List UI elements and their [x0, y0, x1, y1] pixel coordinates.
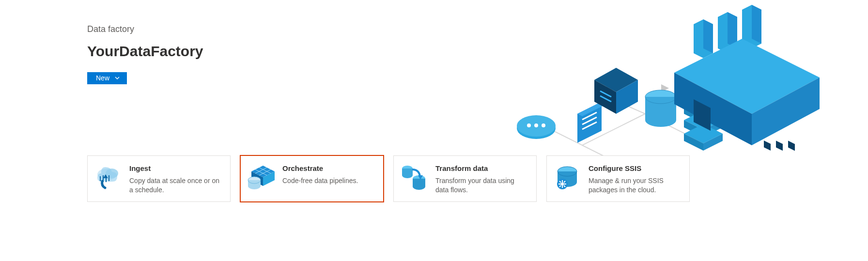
- svg-marker-14: [616, 80, 638, 114]
- data-factory-home: { "header":{ "breadcrumb":"Data factory"…: [0, 0, 868, 261]
- svg-point-2: [517, 118, 556, 139]
- svg-point-19: [645, 113, 676, 127]
- new-button[interactable]: New: [87, 72, 127, 84]
- card-ssis[interactable]: Configure SSIS Manage & run your SSIS pa…: [546, 155, 690, 202]
- svg-point-63: [402, 172, 413, 178]
- svg-point-20: [645, 90, 676, 104]
- svg-marker-34: [728, 12, 737, 48]
- card-title: Configure SSIS: [589, 164, 681, 173]
- svg-marker-13: [594, 80, 616, 114]
- svg-marker-28: [684, 134, 703, 151]
- svg-point-6: [542, 123, 545, 127]
- chevron-down-icon: [114, 75, 120, 81]
- svg-marker-1: [606, 86, 614, 93]
- card-transform[interactable]: Transform data Transform your data using…: [393, 155, 537, 202]
- hero-illustration: [500, 0, 849, 160]
- svg-marker-24: [684, 110, 723, 130]
- svg-point-4: [527, 123, 531, 127]
- page-title: YourDataFactory: [87, 43, 203, 60]
- card-orchestrate[interactable]: Orchestrate Code-free data pipelines.: [240, 155, 384, 202]
- svg-point-73: [561, 183, 564, 185]
- svg-marker-30: [694, 19, 713, 58]
- svg-marker-8: [577, 102, 606, 116]
- svg-rect-41: [788, 141, 795, 151]
- card-title: Ingest: [129, 164, 221, 173]
- svg-marker-38: [752, 77, 820, 145]
- card-title: Orchestrate: [282, 164, 358, 173]
- card-desc: Code-free data pipelines.: [282, 176, 358, 185]
- svg-marker-32: [742, 5, 761, 48]
- svg-point-17: [645, 90, 676, 104]
- breadcrumb: Data factory: [87, 24, 203, 34]
- svg-line-11: [582, 122, 597, 129]
- svg-marker-33: [703, 19, 713, 53]
- svg-marker-26: [703, 120, 723, 137]
- card-desc: Copy data at scale once or on a schedule…: [129, 176, 221, 195]
- svg-line-16: [600, 96, 611, 102]
- svg-marker-12: [594, 68, 638, 92]
- svg-line-15: [600, 91, 611, 97]
- card-title: Transform data: [435, 164, 527, 173]
- svg-marker-31: [718, 12, 737, 53]
- svg-line-9: [582, 112, 597, 120]
- svg-marker-7: [577, 102, 602, 143]
- card-desc: Manage & run your SSIS packages in the c…: [589, 176, 681, 195]
- ssis-icon: [554, 164, 581, 191]
- svg-marker-27: [684, 124, 723, 143]
- svg-marker-0: [661, 84, 669, 92]
- svg-marker-42: [694, 99, 711, 131]
- svg-line-10: [582, 117, 597, 124]
- action-cards: Ingest Copy data at scale once or on a s…: [87, 155, 690, 202]
- svg-point-66: [413, 183, 425, 190]
- svg-marker-35: [752, 5, 761, 44]
- svg-marker-21: [684, 97, 723, 116]
- svg-rect-18: [645, 97, 676, 120]
- card-ingest[interactable]: Ingest Copy data at scale once or on a s…: [87, 155, 231, 202]
- svg-marker-25: [684, 120, 703, 137]
- svg-marker-37: [674, 73, 752, 145]
- svg-rect-40: [776, 140, 783, 151]
- transform-icon: [401, 164, 428, 191]
- svg-point-3: [517, 115, 556, 137]
- card-desc: Transform your data using data flows.: [435, 176, 527, 195]
- svg-point-5: [534, 123, 538, 127]
- svg-marker-23: [703, 107, 723, 123]
- new-button-label: New: [96, 74, 109, 82]
- pipeline-icon: [248, 164, 275, 191]
- cloud-upload-icon: [94, 164, 122, 191]
- page-header: Data factory YourDataFactory New: [87, 24, 203, 84]
- svg-marker-36: [674, 39, 820, 114]
- svg-marker-22: [684, 107, 703, 123]
- svg-rect-39: [764, 140, 771, 151]
- svg-marker-29: [703, 134, 723, 151]
